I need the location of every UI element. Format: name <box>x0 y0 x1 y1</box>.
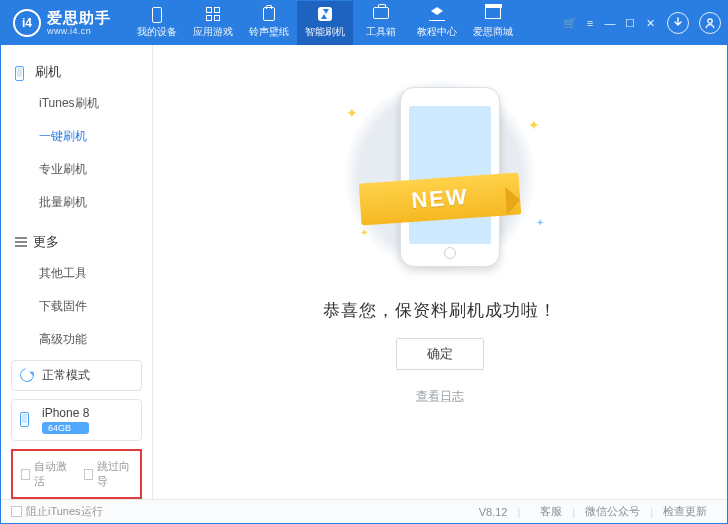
checkbox-label: 跳过向导 <box>97 459 132 489</box>
sparkle-icon: ✦ <box>360 227 368 238</box>
menu-icon <box>15 237 27 247</box>
checkbox-icon <box>21 469 30 480</box>
checkbox-block-itunes[interactable]: 阻止iTunes运行 <box>11 504 103 519</box>
svg-point-0 <box>708 19 712 23</box>
top-tabs: 我的设备 应用游戏 铃声壁纸 智能刷机 工具箱 教程中心 爱思商城 <box>129 1 521 45</box>
cart-icon[interactable]: 🛒 <box>563 16 577 30</box>
tab-label: 智能刷机 <box>305 25 345 39</box>
close-button[interactable]: ✕ <box>643 16 657 30</box>
sidebar-group-more: 更多 <box>1 225 152 257</box>
minimize-button[interactable]: — <box>603 16 617 30</box>
success-message: 恭喜您，保资料刷机成功啦！ <box>323 299 557 322</box>
tab-label: 应用游戏 <box>193 25 233 39</box>
tab-label: 工具箱 <box>366 25 396 39</box>
device-name: iPhone 8 <box>42 406 89 420</box>
device-pill[interactable]: iPhone 8 64GB <box>11 399 142 441</box>
sidebar: 刷机 iTunes刷机 一键刷机 专业刷机 批量刷机 更多 其他工具 下载固件 … <box>1 45 153 499</box>
view-log-link[interactable]: 查看日志 <box>416 388 464 405</box>
ribbon-text: NEW <box>359 172 522 225</box>
brand: 爱思助手 www.i4.cn <box>13 9 111 37</box>
sidebar-item-oneclick-flash[interactable]: 一键刷机 <box>1 120 152 153</box>
user-icon[interactable] <box>699 12 721 34</box>
device-storage-badge: 64GB <box>42 422 89 434</box>
sidebar-item-pro-flash[interactable]: 专业刷机 <box>1 153 152 186</box>
menu-icon[interactable]: ≡ <box>583 16 597 30</box>
sparkle-icon: ✦ <box>346 105 358 121</box>
group-title: 更多 <box>33 233 59 251</box>
tab-flash[interactable]: 智能刷机 <box>297 1 353 45</box>
version-label: V8.12 <box>479 506 508 518</box>
tab-my-device[interactable]: 我的设备 <box>129 1 185 45</box>
tab-apps[interactable]: 应用游戏 <box>185 1 241 45</box>
tab-label: 我的设备 <box>137 25 177 39</box>
titlebar: 爱思助手 www.i4.cn 我的设备 应用游戏 铃声壁纸 智能刷机 工具箱 教… <box>1 1 727 45</box>
phone-icon <box>15 66 29 78</box>
sidebar-item-advanced[interactable]: 高级功能 <box>1 323 152 354</box>
checkbox-icon <box>11 506 22 517</box>
window-controls: 🛒 ≡ — ☐ ✕ <box>563 12 721 34</box>
download-icon[interactable] <box>667 12 689 34</box>
checkbox-auto-activate[interactable]: 自动激活 <box>21 459 70 489</box>
sidebar-item-batch-flash[interactable]: 批量刷机 <box>1 186 152 219</box>
brand-url: www.i4.cn <box>47 27 111 36</box>
sidebar-item-other-tools[interactable]: 其他工具 <box>1 257 152 290</box>
tab-ringtone[interactable]: 铃声壁纸 <box>241 1 297 45</box>
sparkle-icon: ✦ <box>528 117 540 133</box>
tab-label: 教程中心 <box>417 25 457 39</box>
success-illustration: ✦ ✦ ✦ ✦ NEW <box>310 77 570 277</box>
sidebar-item-download-fw[interactable]: 下载固件 <box>1 290 152 323</box>
tab-label: 爱思商城 <box>473 25 513 39</box>
sidebar-item-itunes-flash[interactable]: iTunes刷机 <box>1 87 152 120</box>
tab-label: 铃声壁纸 <box>249 25 289 39</box>
mode-label: 正常模式 <box>42 367 90 384</box>
status-bar: 阻止iTunes运行 V8.12 | 客服 | 微信公众号 | 检查更新 <box>1 499 727 523</box>
mode-pill[interactable]: 正常模式 <box>11 360 142 391</box>
main-content: ✦ ✦ ✦ ✦ NEW 恭喜您，保资料刷机成功啦！ 确定 查看日志 <box>153 45 727 499</box>
maximize-button[interactable]: ☐ <box>623 16 637 30</box>
footer-link-wechat[interactable]: 微信公众号 <box>585 504 640 519</box>
tab-toolbox[interactable]: 工具箱 <box>353 1 409 45</box>
brand-name: 爱思助手 <box>47 10 111 25</box>
device-icon <box>20 412 36 428</box>
logo-icon <box>13 9 41 37</box>
refresh-icon <box>20 368 36 384</box>
sidebar-group-flash: 刷机 <box>1 55 152 87</box>
checkbox-skip-guide[interactable]: 跳过向导 <box>84 459 133 489</box>
new-ribbon: NEW <box>340 172 540 226</box>
highlighted-options: 自动激活 跳过向导 <box>11 449 142 499</box>
group-title: 刷机 <box>35 63 61 81</box>
tab-shop[interactable]: 爱思商城 <box>465 1 521 45</box>
tab-tutorial[interactable]: 教程中心 <box>409 1 465 45</box>
checkbox-label: 自动激活 <box>34 459 69 489</box>
checkbox-label: 阻止iTunes运行 <box>26 504 103 519</box>
ok-button[interactable]: 确定 <box>396 338 484 370</box>
footer-link-update[interactable]: 检查更新 <box>663 504 707 519</box>
footer-link-support[interactable]: 客服 <box>540 504 562 519</box>
checkbox-icon <box>84 469 93 480</box>
